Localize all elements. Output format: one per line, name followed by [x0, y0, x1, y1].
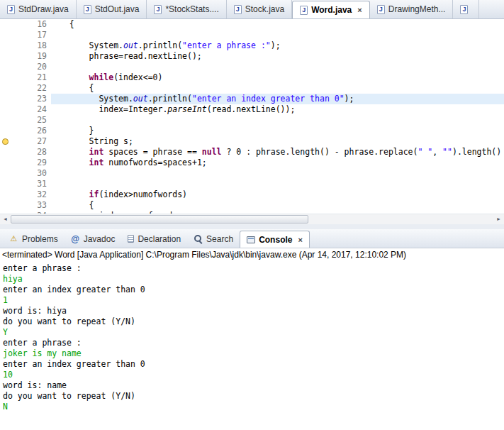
- code-text: phrase=read.nextLine();: [60, 51, 504, 62]
- line-number: 17: [11, 30, 51, 40]
- panel-tab-label: Problems: [22, 234, 58, 244]
- annotation-ruler-cell: [0, 104, 11, 115]
- java-file-icon: J: [234, 5, 242, 14]
- tab-label: Word.java: [311, 5, 352, 15]
- panel-tab-search[interactable]: Search: [187, 230, 240, 248]
- annotation-ruler-cell: [0, 62, 11, 72]
- code-token: {: [89, 200, 94, 210]
- code-line[interactable]: 22 {: [0, 83, 504, 94]
- annotation-ruler-cell: [0, 94, 11, 104]
- line-number: 28: [11, 147, 51, 158]
- editor-tab-word-java[interactable]: JWord.java×: [292, 1, 370, 19]
- scroll-right-arrow-icon[interactable]: ►: [493, 214, 504, 224]
- line-number: 18: [11, 40, 51, 51]
- code-line[interactable]: 30: [0, 168, 504, 179]
- code-token: ).length(): [452, 147, 501, 157]
- code-line[interactable]: 25: [0, 115, 504, 126]
- annotation-ruler-cell: [0, 126, 11, 136]
- console-line: word is: hiya: [3, 306, 504, 316]
- java-file-icon: J: [7, 5, 15, 14]
- code-text: [60, 115, 504, 126]
- code-line[interactable]: 29 int numofwords=spaces+1;: [0, 158, 504, 168]
- editor-tab-stock-java[interactable]: JStock.java: [227, 0, 292, 18]
- scrollbar-thumb[interactable]: [11, 215, 308, 224]
- code-line[interactable]: 21 while(index<=0): [0, 72, 504, 83]
- code-token: out: [133, 94, 148, 104]
- line-number: 22: [11, 83, 51, 94]
- line-number: 23: [11, 94, 51, 104]
- editor-horizontal-scrollbar[interactable]: ◄ ►: [0, 214, 504, 224]
- panel-tab-declaration[interactable]: Declaration: [121, 230, 187, 248]
- code-text: while(index<=0): [60, 72, 504, 83]
- line-number: 20: [11, 62, 51, 72]
- line-number: 32: [11, 189, 51, 200]
- panel-tab-label: Search: [206, 234, 233, 244]
- console-line: hiya: [3, 274, 504, 285]
- code-token: System.: [99, 94, 133, 104]
- console-line: enter a phrase :: [3, 263, 504, 274]
- annotation-ruler-cell: [0, 115, 11, 126]
- code-line[interactable]: 17: [0, 30, 504, 40]
- folding-ruler-cell: [51, 189, 60, 200]
- editor-tab-drawingmeth[interactable]: JDrawingMeth...: [370, 0, 454, 18]
- panel-tab-problems[interactable]: ⚠Problems: [3, 230, 65, 248]
- console-output[interactable]: enter a phrase :hiyaenter an index great…: [0, 262, 504, 430]
- code-text: [60, 30, 504, 40]
- code-line[interactable]: 33 {: [0, 200, 504, 211]
- code-token: null: [202, 147, 222, 157]
- sash-divider[interactable]: [0, 224, 504, 229]
- code-text: int numofwords=spaces+1;: [60, 158, 504, 168]
- code-line[interactable]: 27 String s;: [0, 136, 504, 147]
- code-token: );: [345, 94, 354, 104]
- code-text: {: [60, 19, 504, 30]
- editor-tab-partial[interactable]: J: [453, 0, 479, 18]
- line-number: 27: [11, 136, 51, 147]
- line-number: 29: [11, 158, 51, 168]
- declaration-icon: [128, 235, 134, 243]
- scroll-left-arrow-icon[interactable]: ◄: [0, 214, 11, 224]
- folding-ruler-cell: [51, 19, 60, 30]
- annotation-ruler-cell: [0, 136, 11, 147]
- java-file-icon: J: [300, 6, 308, 15]
- code-line[interactable]: 28 int spaces = phrase == null ? 0 : phr…: [0, 147, 504, 158]
- code-line[interactable]: 26 }: [0, 126, 504, 136]
- console-line: 10: [3, 370, 504, 380]
- folding-ruler-cell: [51, 51, 60, 62]
- panel-tab-label: Declaration: [138, 234, 181, 244]
- code-line[interactable]: 23 System.out.println("enter an index gr…: [0, 94, 504, 104]
- code-token: out: [123, 40, 138, 50]
- code-line[interactable]: 19 phrase=read.nextLine();: [0, 51, 504, 62]
- code-line[interactable]: 32 if(index>numofwords): [0, 189, 504, 200]
- code-line[interactable]: 18 System.out.println("enter a phrase :"…: [0, 40, 504, 51]
- code-token: System.: [89, 40, 123, 50]
- panel-tab-console[interactable]: Console×: [240, 231, 310, 248]
- folding-ruler-cell: [51, 72, 60, 83]
- editor-tab-stddraw-java[interactable]: JStdDraw.java: [0, 0, 77, 18]
- panel-tab-javadoc[interactable]: @Javadoc: [65, 230, 122, 248]
- code-text: [60, 168, 504, 179]
- console-line: do you want to repeat (Y/N): [3, 316, 504, 327]
- close-icon[interactable]: ×: [298, 236, 302, 244]
- code-token: String s;: [89, 136, 133, 146]
- editor-tab-stdout-java[interactable]: JStdOut.java: [77, 0, 147, 18]
- code-text: }: [60, 126, 504, 136]
- code-token: {: [69, 19, 74, 29]
- console-icon: [247, 236, 255, 243]
- code-line[interactable]: 31: [0, 179, 504, 189]
- code-editor[interactable]: 16 {1718 System.out.println("enter a phr…: [0, 19, 504, 214]
- editor-tab-stockstats[interactable]: J*StockStats....: [147, 0, 226, 18]
- code-line[interactable]: 24 index=Integer.parseInt(read.nextLine(…: [0, 104, 504, 115]
- console-line: N: [3, 402, 504, 412]
- close-icon[interactable]: ×: [357, 6, 362, 14]
- code-text: {: [60, 83, 504, 94]
- problems-icon: ⚠: [9, 234, 18, 243]
- code-line[interactable]: 16 {: [0, 19, 504, 30]
- annotation-ruler-cell: [0, 158, 11, 168]
- tab-label: DrawingMeth...: [388, 4, 446, 14]
- code-token: numofwords=spaces+1;: [103, 158, 206, 167]
- console-line: word is: name: [3, 380, 504, 391]
- code-token: if: [89, 189, 99, 199]
- annotation-ruler-cell: [0, 19, 11, 30]
- code-line[interactable]: 20: [0, 62, 504, 72]
- tab-label: StdDraw.java: [18, 4, 69, 14]
